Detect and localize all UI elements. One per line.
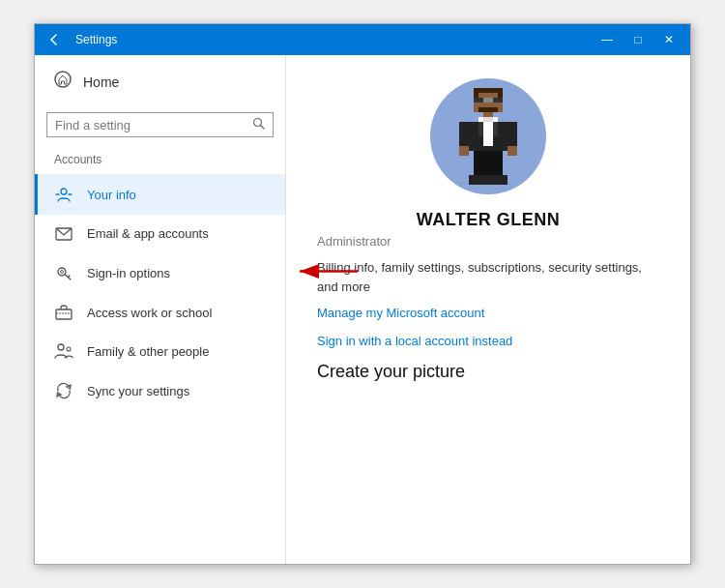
sidebar-item-sign-in-options[interactable]: Sign-in options — [35, 252, 285, 293]
svg-point-3 — [61, 189, 67, 194]
svg-rect-20 — [483, 98, 493, 103]
sync-settings-label: Sync your settings — [87, 384, 189, 398]
person-icon — [54, 186, 73, 203]
family-icon — [54, 343, 73, 359]
sign-in-local-account-link[interactable]: Sign in with a local account instead — [317, 334, 659, 348]
svg-rect-34 — [474, 151, 488, 175]
your-info-label: Your info — [87, 188, 136, 202]
svg-point-0 — [55, 72, 71, 87]
user-name: WALTER GLENN — [317, 210, 659, 230]
svg-rect-36 — [469, 175, 488, 185]
svg-rect-30 — [459, 122, 469, 146]
svg-rect-32 — [459, 146, 469, 156]
sidebar-item-email-app-accounts[interactable]: Email & app accounts — [35, 215, 285, 252]
svg-point-13 — [67, 347, 71, 351]
window-title: Settings — [75, 33, 594, 46]
sidebar-item-family-other-people[interactable]: Family & other people — [35, 332, 285, 370]
svg-rect-25 — [483, 117, 493, 122]
svg-line-2 — [261, 126, 265, 130]
avatar-container — [317, 78, 659, 194]
window-controls: — □ ✕ — [594, 26, 682, 53]
svg-rect-33 — [508, 146, 517, 156]
svg-rect-35 — [488, 151, 503, 175]
svg-rect-21 — [474, 98, 483, 103]
svg-point-8 — [61, 271, 64, 274]
svg-rect-10 — [56, 309, 72, 319]
sidebar-item-access-work-school[interactable]: Access work or school — [35, 293, 285, 332]
maximize-button[interactable]: □ — [624, 26, 652, 53]
accounts-section-label: Accounts — [35, 149, 285, 174]
briefcase-icon — [54, 305, 73, 320]
user-description: Billing info, family settings, subscript… — [317, 258, 659, 296]
avatar — [430, 78, 546, 194]
close-button[interactable]: ✕ — [655, 26, 682, 53]
create-picture-title: Create your picture — [317, 362, 659, 382]
content-area: Home Accounts — [35, 55, 690, 564]
svg-rect-19 — [493, 98, 503, 103]
settings-window: Settings — □ ✕ Home — [34, 23, 691, 565]
titlebar: Settings — □ ✕ — [35, 24, 690, 55]
email-icon — [54, 227, 73, 241]
minimize-button[interactable]: — — [594, 26, 621, 53]
manage-microsoft-account-link[interactable]: Manage my Microsoft account — [317, 306, 659, 320]
svg-rect-29 — [483, 122, 493, 146]
search-input[interactable] — [55, 118, 252, 132]
svg-rect-37 — [488, 175, 508, 185]
home-label: Home — [83, 74, 119, 90]
family-other-people-label: Family & other people — [87, 344, 209, 359]
sidebar: Home Accounts — [35, 55, 286, 564]
access-work-school-label: Access work or school — [87, 306, 212, 320]
sync-icon — [54, 382, 73, 399]
svg-rect-23 — [483, 112, 493, 117]
home-nav-item[interactable]: Home — [35, 55, 285, 108]
key-icon — [54, 264, 73, 281]
avatar-pixel-art — [450, 83, 527, 190]
home-icon — [54, 71, 72, 93]
user-role: Administrator — [317, 234, 659, 249]
search-box[interactable] — [46, 112, 274, 137]
main-content: WALTER GLENN Administrator Billing info,… — [286, 55, 690, 564]
search-icon — [252, 117, 265, 132]
sign-in-options-label: Sign-in options — [87, 266, 170, 280]
sidebar-item-sync-settings[interactable]: Sync your settings — [35, 370, 285, 411]
back-button[interactable] — [43, 28, 66, 51]
svg-point-12 — [58, 344, 64, 350]
email-app-accounts-label: Email & app accounts — [87, 226, 209, 241]
sidebar-item-your-info[interactable]: Your info — [35, 174, 285, 215]
svg-rect-22 — [478, 107, 498, 112]
svg-rect-31 — [508, 122, 517, 146]
